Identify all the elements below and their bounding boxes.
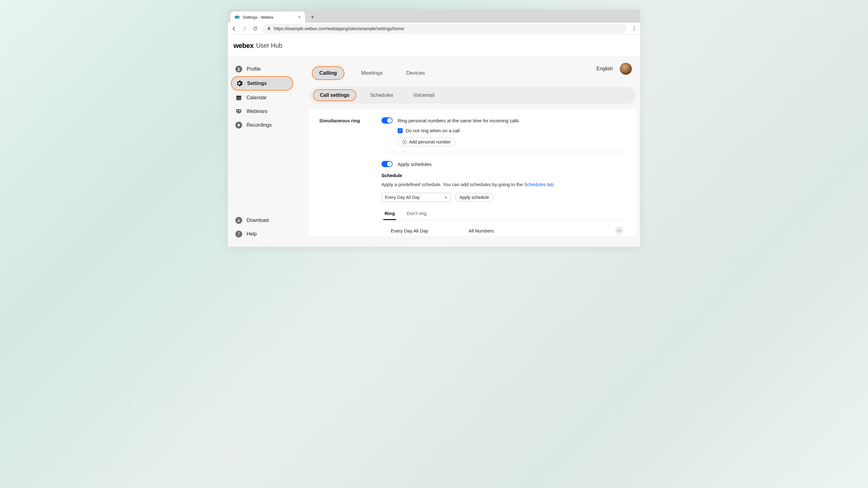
avatar[interactable]: [620, 62, 632, 75]
header-right: English: [597, 62, 632, 75]
svg-rect-6: [237, 95, 238, 96]
profile-icon: [235, 66, 242, 73]
svg-point-9: [237, 110, 239, 111]
close-icon[interactable]: ×: [298, 15, 301, 20]
schedule-row-name: Every Day All Day: [391, 228, 428, 233]
toggle-apply-schedules[interactable]: [381, 161, 393, 167]
sidebar-item-recordings[interactable]: Recordings: [231, 119, 303, 132]
webinars-icon: [235, 108, 242, 115]
schedule-select[interactable]: Every Day All Day ▾: [381, 193, 451, 202]
tab-devices[interactable]: Devices: [400, 67, 432, 79]
content-area: Calling Meetings Devices Call settings S…: [306, 57, 640, 247]
browser-tab[interactable]: Settings - Webex ×: [230, 11, 305, 23]
hub-title: User Hub: [256, 42, 282, 49]
tab-calling[interactable]: Calling: [312, 66, 344, 80]
subtab-call-settings[interactable]: Call settings: [313, 89, 356, 101]
sidebar-item-label: Webinars: [247, 109, 267, 114]
sidebar-item-download[interactable]: Download: [231, 214, 303, 227]
checkbox-do-not-ring[interactable]: ✓: [398, 128, 403, 133]
sidebar-item-label: Recordings: [247, 122, 272, 128]
calendar-icon: [235, 94, 242, 101]
apply-schedule-label: Apply schedule: [460, 195, 489, 200]
schedule-select-value: Every Day All Day: [385, 195, 420, 200]
sidebar-item-label: Download: [247, 218, 269, 223]
browser-menu-button[interactable]: [631, 26, 637, 31]
sidebar: Profile Settings Calendar Webinars: [228, 57, 306, 247]
settings-panel: Simultaneous ring Ring personal numbers …: [309, 109, 637, 236]
plus-icon: +: [402, 140, 407, 144]
browser-toolbar: https://example.webex.com/webappng/sites…: [228, 23, 640, 34]
toggle-ring-personal[interactable]: [381, 117, 393, 123]
svg-rect-10: [238, 113, 240, 114]
divider: [381, 152, 626, 152]
subtab-schedules[interactable]: Schedules: [364, 90, 400, 101]
sidebar-item-profile[interactable]: Profile: [231, 62, 303, 76]
svg-rect-7: [240, 95, 240, 96]
address-bar[interactable]: https://example.webex.com/webappng/sites…: [263, 24, 626, 33]
svg-rect-5: [236, 96, 241, 97]
svg-point-3: [238, 68, 240, 69]
sidebar-item-webinars[interactable]: Webinars: [231, 105, 303, 118]
ring-tab-dont-ring[interactable]: Don't ring: [405, 209, 428, 220]
tab-meetings[interactable]: Meetings: [354, 67, 390, 79]
tab-strip: Settings - Webex × +: [228, 9, 640, 23]
subtab-voicemail[interactable]: Voicemail: [407, 90, 440, 101]
help-icon: ?: [235, 231, 242, 237]
browser-window: Settings - Webex × + https://example.web…: [228, 9, 640, 247]
sidebar-item-label: Calendar: [247, 95, 267, 101]
sidebar-item-help[interactable]: ? Help: [231, 228, 303, 240]
schedule-description: Apply a predefined schedule. You can add…: [381, 182, 626, 187]
app-body: English Profile Settings Calend: [228, 57, 640, 247]
row-more-button[interactable]: [615, 227, 623, 235]
chevron-down-icon: ▾: [445, 196, 447, 200]
toggle-apply-schedules-label: Apply schedules: [398, 162, 432, 167]
panel-title: Simultaneous ring: [319, 117, 381, 236]
schedule-row-numbers: All Numbers: [468, 228, 494, 233]
add-personal-number-button[interactable]: + Add personal number: [398, 138, 456, 146]
sidebar-item-label: Help: [247, 231, 257, 237]
schedule-row: Every Day All Day All Numbers: [381, 225, 626, 236]
sidebar-item-label: Profile: [247, 66, 260, 72]
ring-tabs: Ring Don't ring: [381, 209, 626, 220]
svg-point-1: [237, 16, 240, 19]
svg-rect-2: [268, 28, 270, 30]
sub-tabs: Call settings Schedules Voicemail: [310, 87, 636, 104]
app-header: webex User Hub: [228, 34, 640, 57]
schedules-tab-link[interactable]: Schedules tab: [524, 182, 554, 187]
webex-logo: webex: [234, 42, 254, 50]
schedule-heading: Schedule: [381, 173, 626, 178]
toggle-ring-personal-label: Ring personal numbers at the same time f…: [398, 118, 519, 123]
add-personal-number-label: Add personal number: [409, 139, 451, 144]
sidebar-item-calendar[interactable]: Calendar: [231, 91, 303, 104]
recordings-icon: [235, 122, 242, 128]
panel-body: Ring personal numbers at the same time f…: [381, 117, 626, 236]
tab-title: Settings - Webex: [243, 15, 274, 20]
sidebar-item-settings[interactable]: Settings: [231, 76, 293, 91]
reload-button[interactable]: [252, 26, 258, 32]
ring-tab-ring[interactable]: Ring: [383, 209, 396, 220]
new-tab-button[interactable]: +: [308, 13, 317, 22]
download-icon: [235, 217, 242, 224]
sidebar-item-label: Settings: [247, 81, 267, 86]
apply-schedule-button[interactable]: Apply schedule: [455, 193, 494, 202]
svg-point-11: [238, 124, 240, 126]
language-selector[interactable]: English: [597, 66, 613, 71]
webex-favicon: [235, 15, 240, 20]
checkbox-do-not-ring-label: Do not ring when on a call: [406, 128, 460, 133]
primary-tabs: Calling Meetings Devices: [309, 62, 637, 87]
forward-button[interactable]: [242, 26, 248, 32]
gear-icon: [236, 80, 243, 87]
lock-icon: [267, 26, 271, 31]
back-button[interactable]: [231, 26, 237, 32]
url-text: https://example.webex.com/webappng/sites…: [274, 26, 404, 31]
svg-rect-8: [236, 109, 241, 113]
